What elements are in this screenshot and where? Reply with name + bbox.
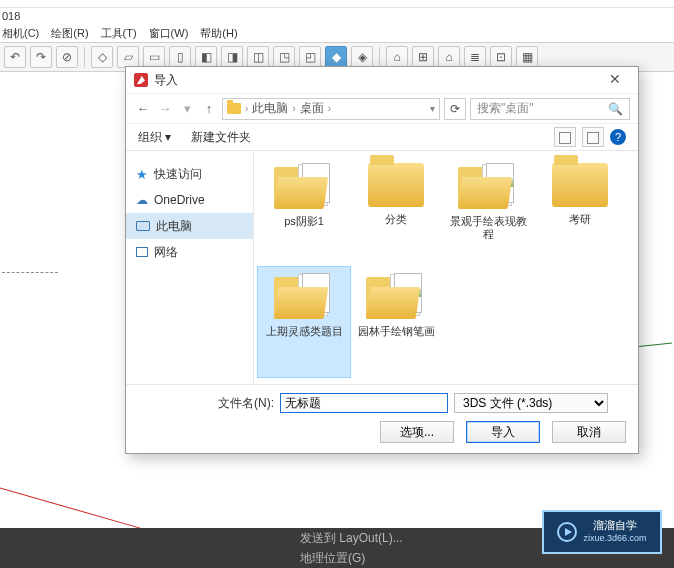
3dwarehouse-button[interactable]: ⌂ [386,46,408,68]
folder-item[interactable]: 园林手绘钢笔画 [350,267,442,377]
organize-menu[interactable]: 组织 ▾ [138,129,171,146]
file-label: 考研 [569,213,591,226]
search-input[interactable]: 搜索"桌面" 🔍 [470,98,630,120]
file-label: 分类 [385,213,407,226]
sidebar-label: 快速访问 [154,166,202,183]
sidebar-item-thispc[interactable]: 此电脑 [126,213,253,239]
import-button[interactable]: 导入 [466,421,540,443]
outliner-button[interactable]: ⌂ [438,46,460,68]
import-dialog: 导入 ✕ ← → ▾ ↑ › 此电脑 › 桌面 › ▾ ⟳ 搜索"桌面" 🔍 组… [125,66,639,454]
folder-item[interactable]: ps阴影1 [258,157,350,267]
watermark-title: 溜溜自学 [593,519,637,532]
pc-icon [227,103,241,114]
view-front-button[interactable]: ▭ [143,46,165,68]
view-mode-button[interactable] [554,127,576,147]
filename-label: 文件名(N): [218,395,274,412]
style-shaded-button[interactable]: ◆ [325,46,347,68]
folder-icon [458,163,518,209]
axis-red [0,476,162,535]
menu-draw[interactable]: 绘图(R) [51,26,88,41]
search-placeholder: 搜索"桌面" [477,100,534,117]
play-icon [557,522,577,542]
sidebar-label: 网络 [154,244,178,261]
style-wire-button[interactable]: ◳ [273,46,295,68]
undo-button[interactable]: ↶ [4,46,26,68]
folder-item[interactable]: 上期灵感类题目 [258,267,350,377]
sidebar-label: 此电脑 [156,218,192,235]
menu-window[interactable]: 窗口(W) [149,26,189,41]
sketchup-icon [134,73,148,87]
file-list[interactable]: ps阴影1 分类 景观手绘表现教程 考研 上期灵感类题目 园林手绘钢笔画 [254,151,638,384]
sidebar-label: OneDrive [154,193,205,207]
help-icon[interactable]: ? [610,129,626,145]
path-segment-desktop[interactable]: 桌面 [300,100,324,117]
view-right-button[interactable]: ▯ [169,46,191,68]
nav-forward-button[interactable]: → [156,101,174,116]
watermark: 溜溜自学 zixue.3d66.com [542,510,662,554]
sidebar-item-network[interactable]: 网络 [126,239,253,265]
filename-input[interactable] [280,393,448,413]
pc-icon [136,221,150,231]
menu-camera[interactable]: 相机(C) [2,26,39,41]
layers-button[interactable]: ≣ [464,46,486,68]
network-icon [136,247,148,257]
watermark-sub: zixue.3d66.com [583,532,646,545]
style-xray-button[interactable]: ◫ [247,46,269,68]
cloud-icon: ☁ [136,193,148,207]
path-drop-icon[interactable]: ▾ [430,103,435,114]
address-bar[interactable]: › 此电脑 › 桌面 › ▾ [222,98,440,120]
menu-help[interactable]: 帮助(H) [200,26,237,41]
view-left-button[interactable]: ◨ [221,46,243,68]
nav-up-button[interactable]: ↑ [200,101,218,116]
guide-line [2,272,58,273]
nav-back-button[interactable]: ← [134,101,152,116]
view-top-button[interactable]: ▱ [117,46,139,68]
styles-button[interactable]: ▦ [516,46,538,68]
delete-button[interactable]: ⊘ [56,46,78,68]
star-icon: ★ [136,167,148,182]
app-title: 018 [0,8,674,24]
view-back-button[interactable]: ◧ [195,46,217,68]
view-iso-button[interactable]: ◇ [91,46,113,68]
style-texture-button[interactable]: ◈ [351,46,373,68]
style-hidden-button[interactable]: ◰ [299,46,321,68]
folder-icon [368,163,424,207]
nav-recent-button[interactable]: ▾ [178,101,196,116]
file-label: ps阴影1 [284,215,324,228]
file-label: 园林手绘钢笔画 [358,325,435,338]
folder-icon [274,163,334,209]
folder-icon [366,273,426,319]
menu-tools[interactable]: 工具(T) [101,26,137,41]
materials-button[interactable]: ⊡ [490,46,512,68]
cancel-button[interactable]: 取消 [552,421,626,443]
chevron-icon: › [292,103,295,114]
file-label: 上期灵感类题目 [266,325,343,338]
sidebar-item-onedrive[interactable]: ☁ OneDrive [126,187,253,213]
refresh-button[interactable]: ⟳ [444,98,466,120]
nav-sidebar: ★ 快速访问 ☁ OneDrive 此电脑 网络 [126,151,254,384]
folder-item[interactable]: 景观手绘表现教程 [442,157,534,267]
folder-icon [552,163,608,207]
folder-item[interactable]: 分类 [350,157,442,267]
redo-button[interactable]: ↷ [30,46,52,68]
chevron-icon: › [245,103,248,114]
folder-item[interactable]: 考研 [534,157,626,267]
component-button[interactable]: ⊞ [412,46,434,68]
menu-bar: 相机(C) 绘图(R) 工具(T) 窗口(W) 帮助(H) [0,24,674,42]
filetype-select[interactable]: 3DS 文件 (*.3ds) [454,393,608,413]
search-icon: 🔍 [608,102,623,116]
preview-pane-button[interactable] [582,127,604,147]
sidebar-item-quickaccess[interactable]: ★ 快速访问 [126,161,253,187]
file-label: 景观手绘表现教程 [445,215,531,241]
chevron-icon: › [328,103,331,114]
path-segment-pc[interactable]: 此电脑 [252,100,288,117]
folder-icon [274,273,334,319]
new-folder-button[interactable]: 新建文件夹 [191,129,251,146]
close-button[interactable]: ✕ [600,70,630,90]
options-button[interactable]: 选项... [380,421,454,443]
dialog-title: 导入 [154,72,178,89]
